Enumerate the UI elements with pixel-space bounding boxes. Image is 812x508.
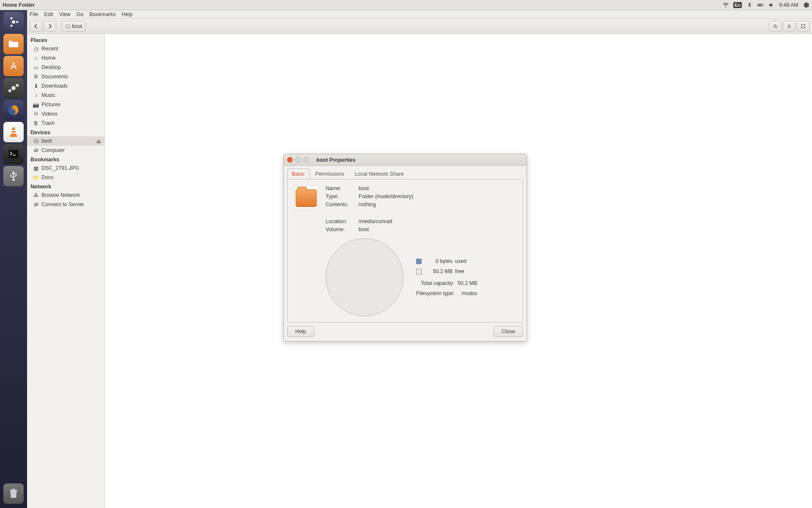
- sidebar-item-documents[interactable]: 🗎Documents: [27, 72, 104, 81]
- svg-point-3: [12, 20, 15, 24]
- view-list-button[interactable]: [783, 21, 796, 32]
- used-label: used: [455, 258, 477, 264]
- sound-indicator[interactable]: [768, 2, 775, 8]
- window-title: Home Folder: [3, 2, 35, 8]
- sidebar-item-recent[interactable]: ◷Recent: [27, 44, 104, 53]
- forward-button[interactable]: [44, 21, 56, 32]
- menu-bookmarks[interactable]: Bookmarks: [89, 11, 116, 17]
- dialog-titlebar[interactable]: boot Properties: [284, 154, 527, 166]
- launcher-software[interactable]: A: [3, 56, 24, 76]
- battery-indicator[interactable]: [757, 2, 764, 8]
- dialog-tabs: Basic Permissions Local Network Share: [284, 166, 527, 179]
- sidebar-item-bookmark-docs[interactable]: 📁Docs: [27, 173, 104, 182]
- sidebar-item-videos[interactable]: HVideos: [27, 109, 104, 119]
- launcher-usb[interactable]: [3, 166, 24, 186]
- wrench-gear-icon: [7, 82, 20, 94]
- capacity-value: 50.2 MB: [458, 280, 477, 286]
- folder-icon: 📁: [33, 174, 39, 180]
- menu-file[interactable]: File: [30, 11, 38, 17]
- clock-indicator[interactable]: 9:48 AM: [779, 2, 798, 8]
- wifi-icon: [722, 2, 729, 8]
- dialog-body: Name: boot Type: Folder (inode/directory…: [287, 179, 523, 323]
- toolbar: boot: [27, 19, 812, 34]
- sidebar-header-places: Places: [27, 36, 104, 44]
- top-panel: Home Folder En 9:48 AM: [0, 0, 812, 10]
- sidebar-item-home[interactable]: ⌂Home: [27, 53, 104, 63]
- dialog-minimize-button[interactable]: [295, 157, 301, 163]
- sidebar-item-bookmark-image[interactable]: ▦DSC_2791.JPG: [27, 163, 104, 173]
- launcher-firefox[interactable]: [3, 100, 24, 120]
- sidebar-item-browse-network[interactable]: 🖧Browse Network: [27, 190, 104, 200]
- sidebar-item-music[interactable]: ♪Music: [27, 91, 104, 100]
- session-indicator[interactable]: [803, 2, 809, 8]
- chevron-right-icon: [47, 24, 52, 29]
- folder-icon: [7, 38, 20, 50]
- close-button[interactable]: Close: [494, 326, 523, 337]
- sidebar-header-bookmarks: Bookmarks: [27, 155, 104, 163]
- sidebar-item-boot[interactable]: ⛁boot⏏: [27, 136, 104, 146]
- network-icon: 🖧: [33, 192, 39, 198]
- dialog-footer: Help Close: [284, 326, 527, 341]
- used-value: 0 bytes: [426, 258, 453, 264]
- location-label: Location:: [326, 218, 355, 224]
- dialog-maximize-button[interactable]: [303, 157, 309, 163]
- list-icon: [787, 24, 792, 29]
- menu-view[interactable]: View: [59, 11, 71, 17]
- sidebar-item-pictures[interactable]: 📷Pictures: [27, 100, 104, 109]
- video-icon: H: [33, 111, 39, 117]
- dialog-close-button[interactable]: [287, 157, 293, 163]
- sidebar-item-connect-server[interactable]: 🖳Connect to Server: [27, 200, 104, 209]
- free-value: 50.2 MB: [426, 268, 453, 274]
- svg-point-6: [11, 25, 13, 27]
- bluetooth-icon: [746, 2, 753, 8]
- chevron-left-icon: [33, 24, 38, 29]
- svg-point-4: [16, 21, 18, 23]
- bluetooth-indicator[interactable]: [746, 2, 753, 8]
- menu-edit[interactable]: Edit: [44, 11, 53, 17]
- wifi-indicator[interactable]: [722, 2, 729, 8]
- lang-indicator[interactable]: En: [733, 2, 742, 8]
- volume-label: Volume:: [326, 226, 355, 232]
- eject-icon[interactable]: ⏏: [96, 138, 101, 144]
- sidebar-item-downloads[interactable]: ⬇Downloads: [27, 81, 104, 91]
- tab-basic[interactable]: Basic: [287, 168, 310, 179]
- sidebar: Places ◷Recent ⌂Home ▭Desktop 🗎Documents…: [27, 34, 105, 508]
- tab-local-network-share[interactable]: Local Network Share: [350, 168, 409, 179]
- back-button[interactable]: [30, 21, 42, 32]
- launcher-terminal[interactable]: [3, 144, 24, 164]
- svg-point-15: [774, 25, 776, 27]
- clock-icon: ◷: [33, 46, 39, 52]
- view-grid-button[interactable]: [797, 21, 809, 32]
- folder-type-icon: [294, 185, 318, 209]
- launcher-dash[interactable]: [3, 12, 24, 32]
- sidebar-header-network: Network: [27, 182, 104, 190]
- launcher-settings[interactable]: [3, 78, 24, 98]
- location-value: /media/conrad: [359, 218, 516, 224]
- drive-icon: ⛁: [33, 138, 39, 144]
- fstype-value: msdos: [458, 290, 477, 296]
- svg-rect-8: [12, 130, 15, 131]
- drive-icon: [65, 24, 70, 29]
- name-label: Name:: [326, 185, 355, 191]
- swatch-used: [416, 259, 422, 264]
- launcher-files[interactable]: [3, 34, 24, 54]
- launcher-trash[interactable]: [3, 483, 24, 504]
- menu-help[interactable]: Help: [122, 11, 133, 17]
- trash-can-icon: [7, 487, 20, 500]
- sidebar-item-desktop[interactable]: ▭Desktop: [27, 63, 104, 72]
- menu-go[interactable]: Go: [77, 11, 84, 17]
- help-button[interactable]: Help: [287, 326, 314, 337]
- launcher-vlc[interactable]: [3, 122, 24, 142]
- swatch-free: [416, 269, 422, 274]
- tab-permissions[interactable]: Permissions: [311, 168, 349, 179]
- type-value: Folder (inode/directory): [359, 193, 413, 199]
- grid-icon: [801, 24, 806, 29]
- ubuntu-logo-icon: [7, 16, 20, 28]
- sidebar-item-trash[interactable]: 🗑Trash: [27, 119, 104, 128]
- sidebar-item-computer[interactable]: 🖳Computer: [27, 146, 104, 155]
- gear-icon: [803, 2, 809, 8]
- svg-rect-10: [10, 135, 17, 137]
- download-icon: ⬇: [33, 83, 39, 89]
- search-button[interactable]: [769, 21, 782, 32]
- path-button[interactable]: boot: [61, 21, 86, 32]
